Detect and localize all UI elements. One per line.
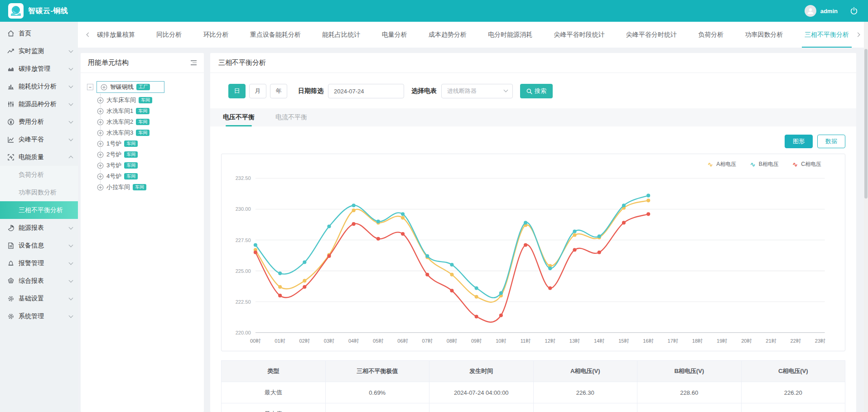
power-quality-icon [7,154,14,161]
tree-node-name: 小拉车间 [106,183,130,191]
tab-尖峰平谷时段统计[interactable]: 尖峰平谷时段统计 [554,22,605,48]
chevron-down-icon [69,260,73,265]
tree-root-node[interactable]: 智碳铜线工厂 [96,81,164,93]
tree-node-水洗车间2[interactable]: 水洗车间2车间 [97,116,199,127]
tab-重点设备能耗分析[interactable]: 重点设备能耗分析 [250,22,301,48]
tree-root-name: 智碳铜线 [110,83,134,91]
subtab-电流不平衡[interactable]: 电流不平衡 [275,108,307,126]
sidebar-item-设备信息[interactable]: 设备信息 [0,237,78,254]
unit-node-icon [97,130,104,136]
workshop-badge: 车间 [133,184,146,190]
unit-node-icon [97,184,104,191]
svg-text:10时: 10时 [496,338,506,344]
tab-能耗占比统计[interactable]: 能耗占比统计 [322,22,360,48]
sidebar-subitem-负荷分析[interactable]: 负荷分析 [0,166,78,184]
tab-成本趋势分析[interactable]: 成本趋势分析 [429,22,467,48]
avatar[interactable] [805,5,816,17]
sidebar-item-label: 综合报表 [19,277,69,285]
view-button-数据[interactable]: 数据 [817,135,845,148]
subtab-电压不平衡[interactable]: 电压不平衡 [223,108,255,126]
sidebar-item-label: 基础设置 [19,295,69,303]
page-scrollbar-thumb[interactable] [864,49,868,199]
sidebar-item-实时监测[interactable]: 实时监测 [0,42,78,60]
period-button-月[interactable]: 月 [249,84,266,98]
tree-node-name: 大车床车间 [106,96,136,104]
sidebar-item-能耗统计分析[interactable]: 能耗统计分析 [0,78,78,95]
sidebar-item-label: 尖峰平谷 [19,136,69,144]
meter-select[interactable]: 进线断路器 [441,84,513,98]
document-icon [7,242,14,249]
username[interactable]: admin [820,8,838,15]
page-title: 三相不平衡分析 [218,58,266,67]
view-button-图形[interactable]: 图形 [785,135,813,148]
tab-电分时能源消耗[interactable]: 电分时能源消耗 [488,22,532,48]
chevron-down-icon [69,66,73,70]
tab-三相不平衡分析[interactable]: 三相不平衡分析 [805,22,849,48]
svg-text:220.00: 220.00 [236,330,251,335]
sidebar-item-label: 碳排放管理 [19,65,69,73]
tab-电量分析[interactable]: 电量分析 [382,22,407,48]
sidebar-item-尖峰平谷[interactable]: 尖峰平谷 [0,131,78,148]
tree-node-水洗车间3[interactable]: 水洗车间3车间 [97,127,199,138]
logout-power-icon[interactable] [848,5,860,17]
tab-环比分析[interactable]: 环比分析 [203,22,229,48]
sidebar-item-能源品种分析[interactable]: 能源品种分析 [0,95,78,113]
table-header-三相不平衡极值: 三相不平衡极值 [325,361,429,382]
svg-text:00时: 00时 [250,338,261,344]
period-button-年[interactable]: 年 [270,84,287,98]
sidebar-item-碳排放管理[interactable]: 碳排放管理 [0,60,78,78]
legend-label: B相电压 [759,160,779,168]
tab-碳排放量核算[interactable]: 碳排放量核算 [97,22,135,48]
tabs-scroll-left-icon[interactable] [84,22,92,48]
sidebar-item-首页[interactable]: 首页 [0,24,78,42]
tree-collapse-toggle[interactable]: − [87,84,93,90]
svg-text:22时: 22时 [791,338,801,344]
tree-node-大车床车间[interactable]: 大车床车间车间 [97,95,199,106]
sidebar-subitem-功率因数分析[interactable]: 功率因数分析 [0,184,78,201]
date-input[interactable] [328,84,404,98]
sidebar-item-电能质量[interactable]: 电能质量 [0,148,78,166]
svg-text:06时: 06时 [397,338,408,344]
sidebar-item-label: 电能质量 [19,153,69,161]
svg-text:230.00: 230.00 [236,206,251,212]
legend-item-B相电压[interactable]: ∿B相电压 [750,160,779,168]
table-cell: 226.20 [741,382,845,403]
tab-负荷分析[interactable]: 负荷分析 [698,22,723,48]
filter-row: 日月年 日期筛选 选择电表 进线断路器 [221,84,845,98]
sidebar-item-报警管理[interactable]: 报警管理 [0,254,78,272]
legend-item-A相电压[interactable]: ∿A相电压 [708,160,737,168]
tree-node-name: 2号炉 [106,150,121,159]
period-button-日[interactable]: 日 [228,84,246,98]
tree-collapse-icon[interactable] [191,60,197,65]
search-button[interactable]: 搜索 [520,84,553,98]
sidebar-item-能源报表[interactable]: 能源报表 [0,219,78,237]
tree-node-3号炉[interactable]: 3号炉车间 [97,160,199,171]
tree-node-水洗车间1[interactable]: 水洗车间1车间 [97,106,199,116]
svg-text:08时: 08时 [447,338,458,344]
gear-icon [7,313,14,320]
tabs-scroll-right-icon[interactable] [854,22,862,48]
tree-node-4号炉[interactable]: 4号炉车间 [97,171,199,182]
svg-text:11时: 11时 [521,338,531,344]
tree-node-2号炉[interactable]: 2号炉车间 [97,149,199,160]
legend-item-C相电压[interactable]: ∿C相电压 [792,160,821,168]
tree-node-1号炉[interactable]: 1号炉车间 [97,138,199,149]
sidebar-subitem-三相不平衡分析[interactable]: 三相不平衡分析 [0,201,78,219]
sidebar-item-综合报表[interactable]: 综合报表 [0,272,78,290]
table-cell: 226.50 [741,403,845,412]
tab-尖峰平谷分时统计[interactable]: 尖峰平谷分时统计 [626,22,677,48]
tree-panel-title: 用能单元结构 [88,58,129,67]
workshop-badge: 车间 [136,130,149,136]
table-cell: 227.10 [637,403,742,412]
analysis-panel: 三相不平衡分析 日月年 日期筛选 选择电表 进线断路器 [210,53,856,412]
svg-text:23时: 23时 [815,338,826,344]
voltage-line-chart[interactable]: 232.50230.00227.50225.00222.50220.0000时0… [226,168,837,348]
table-row: 最小值0.18%2024-07-24 01:00:00227.10227.102… [222,403,845,412]
tab-功率因数分析[interactable]: 功率因数分析 [745,22,783,48]
workshop-badge: 车间 [124,173,138,179]
tab-同比分析[interactable]: 同比分析 [156,22,182,48]
sidebar-item-基础设置[interactable]: 基础设置 [0,290,78,307]
tree-node-小拉车间[interactable]: 小拉车间车间 [97,182,199,193]
sidebar-item-系统管理[interactable]: 系统管理 [0,307,78,325]
sidebar-item-费用分析[interactable]: 费用分析 [0,113,78,131]
